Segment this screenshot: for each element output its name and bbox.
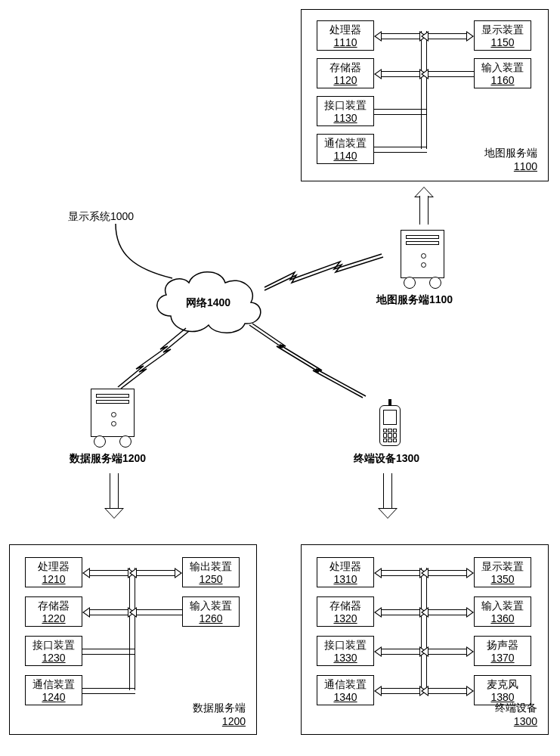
title-name: 数据服务端 [193, 701, 246, 714]
term-speaker-box: 扬声器 1370 [474, 636, 531, 666]
arrow-double [374, 646, 427, 657]
arrow-double [374, 568, 427, 578]
bus-vertical [421, 568, 427, 690]
map-input-box: 输入装置 1160 [474, 58, 531, 88]
big-arrow-up [414, 187, 434, 225]
box-label: 输入装置 [478, 600, 528, 613]
arrow-double [374, 69, 427, 79]
box-label: 处理器 [320, 23, 370, 37]
arrow-double [82, 607, 135, 618]
term-processor-box: 处理器 1310 [317, 557, 374, 587]
zig-to-terminal [249, 325, 370, 401]
map-display-box: 显示装置 1150 [474, 20, 531, 51]
bus-vertical [421, 31, 427, 149]
data-memory-box: 存储器 1220 [25, 596, 82, 627]
arrow-double [374, 686, 427, 696]
box-label: 通信装置 [320, 678, 370, 692]
box-label: 输入装置 [186, 600, 236, 613]
term-display-box: 显示装置 1350 [474, 557, 531, 587]
data-server-icon [91, 389, 135, 448]
box-num: 1130 [320, 112, 370, 125]
map-interface-box: 接口装置 1130 [317, 96, 374, 126]
network-label: 网络1400 [186, 296, 230, 310]
box-num: 1370 [478, 652, 528, 665]
box-num: 1360 [478, 612, 528, 626]
box-label: 通信装置 [29, 678, 79, 692]
title-num: 1300 [495, 714, 537, 728]
data-input-box: 输入装置 1260 [182, 596, 240, 627]
box-num: 1240 [29, 691, 79, 705]
box-label: 处理器 [29, 560, 79, 574]
term-interface-box: 接口装置 1330 [317, 636, 374, 666]
box-num: 1340 [320, 691, 370, 705]
box-num: 1350 [478, 573, 528, 587]
box-num: 1160 [478, 74, 528, 88]
arrow-left-only [129, 607, 182, 618]
arrow-double [421, 607, 474, 618]
box-label: 处理器 [320, 560, 370, 574]
arrow-left-only [421, 69, 474, 79]
box-num: 1120 [320, 74, 370, 88]
box-label: 显示装置 [478, 23, 528, 37]
data-panel-title: 数据服务端 1200 [193, 701, 246, 728]
term-comm-box: 通信装置 1340 [317, 675, 374, 705]
title-num: 1200 [193, 714, 246, 728]
data-comm-box: 通信装置 1240 [25, 675, 82, 705]
terminal-panel-title: 终端设备 1300 [495, 701, 537, 728]
data-server-icon-label: 数据服务端1200 [70, 452, 146, 466]
arrow-double [421, 686, 474, 696]
data-interface-box: 接口装置 1230 [25, 636, 82, 666]
term-input-box: 输入装置 1360 [474, 596, 531, 627]
box-label: 存储器 [29, 600, 79, 613]
terminal-icon-label: 终端设备1300 [354, 452, 419, 466]
box-num: 1110 [320, 36, 370, 50]
data-output-box: 输出装置 1250 [182, 557, 240, 587]
arrow-double [421, 568, 474, 578]
box-num: 1310 [320, 573, 370, 587]
zig-to-data-server [118, 328, 193, 389]
data-processor-box: 处理器 1210 [25, 557, 82, 587]
bus-vertical [129, 568, 135, 690]
title-name: 终端设备 [495, 701, 537, 714]
box-num: 1210 [29, 573, 79, 587]
arrow-double [421, 31, 474, 42]
map-panel-title: 地图服务端 1100 [484, 146, 537, 173]
box-label: 输出装置 [186, 560, 236, 574]
zig-to-map-server [265, 257, 385, 295]
title-num: 1100 [484, 160, 537, 173]
box-num: 1220 [29, 612, 79, 626]
arrow-double [421, 646, 474, 657]
box-label: 存储器 [320, 61, 370, 75]
box-num: 1320 [320, 612, 370, 626]
box-label: 通信装置 [320, 137, 370, 150]
box-label: 接口装置 [320, 639, 370, 652]
term-memory-box: 存储器 1320 [317, 596, 374, 627]
big-arrow-down [104, 473, 124, 519]
terminal-panel: 处理器 1310 存储器 1320 接口装置 1330 通信装置 1340 显示… [301, 544, 549, 735]
box-label: 接口装置 [320, 99, 370, 113]
box-label: 扬声器 [478, 639, 528, 652]
arrow-double [129, 568, 182, 578]
map-processor-box: 处理器 1110 [317, 20, 374, 51]
terminal-icon [379, 399, 401, 446]
arrow-double [82, 568, 135, 578]
box-num: 1250 [186, 573, 236, 587]
map-comm-box: 通信装置 1140 [317, 134, 374, 164]
big-arrow-down [378, 473, 398, 519]
arrow-double [374, 31, 427, 42]
box-num: 1260 [186, 612, 236, 626]
system-label: 显示系统1000 [68, 210, 134, 224]
data-server-panel: 处理器 1210 存储器 1220 接口装置 1230 通信装置 1240 输出… [9, 544, 257, 735]
map-server-icon [401, 230, 444, 289]
box-num: 1230 [29, 652, 79, 665]
map-server-icon-label: 地图服务端1100 [376, 293, 453, 307]
box-label: 输入装置 [478, 61, 528, 75]
box-num: 1150 [478, 36, 528, 50]
box-label: 显示装置 [478, 560, 528, 574]
box-label: 接口装置 [29, 639, 79, 652]
box-num: 1140 [320, 150, 370, 163]
box-label: 麦克风 [478, 678, 528, 692]
box-label: 存储器 [320, 600, 370, 613]
title-name: 地图服务端 [484, 146, 537, 160]
map-server-panel: 处理器 1110 存储器 1120 接口装置 1130 通信装置 1140 显示… [301, 9, 549, 181]
